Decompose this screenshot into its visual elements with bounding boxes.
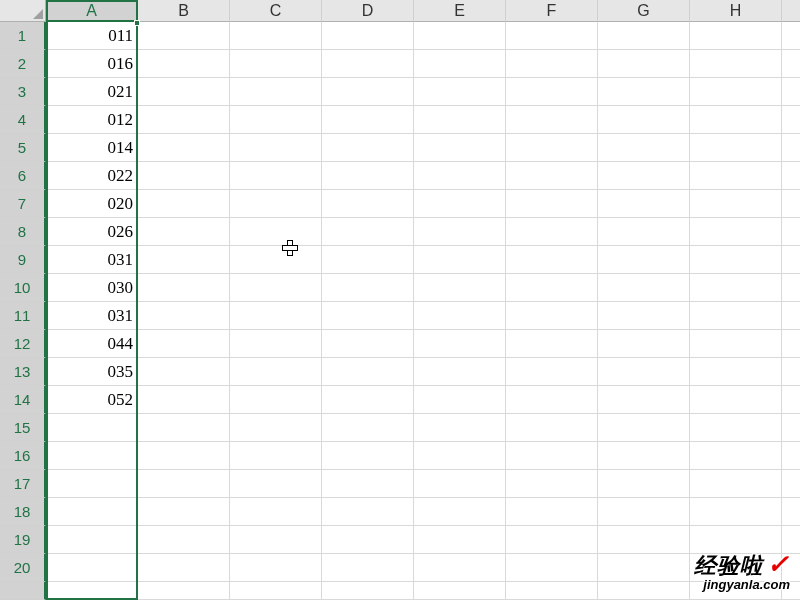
cell-e6[interactable] (414, 162, 506, 190)
cell-partial-17[interactable] (782, 470, 800, 498)
cell-a15[interactable] (46, 414, 138, 442)
cell-a12[interactable]: 044 (46, 330, 138, 358)
cell-e19[interactable] (414, 526, 506, 554)
cell-g1[interactable] (598, 22, 690, 50)
cell-g5[interactable] (598, 134, 690, 162)
fill-handle[interactable] (134, 20, 140, 26)
cell-e17[interactable] (414, 470, 506, 498)
cell-f20[interactable] (506, 554, 598, 582)
cell-a9[interactable]: 031 (46, 246, 138, 274)
cell-partial[interactable] (782, 582, 800, 600)
cell-d2[interactable] (322, 50, 414, 78)
cell-a18[interactable] (46, 498, 138, 526)
cell-e11[interactable] (414, 302, 506, 330)
row-header-12[interactable]: 12 (0, 330, 46, 358)
row-header-6[interactable]: 6 (0, 162, 46, 190)
cell-c12[interactable] (230, 330, 322, 358)
select-all-corner[interactable] (0, 0, 46, 22)
cell-c8[interactable] (230, 218, 322, 246)
cell-d5[interactable] (322, 134, 414, 162)
cell-e12[interactable] (414, 330, 506, 358)
cell-e9[interactable] (414, 246, 506, 274)
cell-h6[interactable] (690, 162, 782, 190)
column-header-h[interactable]: H (690, 0, 782, 22)
cell-g14[interactable] (598, 386, 690, 414)
row-header-20[interactable]: 20 (0, 554, 46, 582)
cell-g7[interactable] (598, 190, 690, 218)
cell-b10[interactable] (138, 274, 230, 302)
cell-g15[interactable] (598, 414, 690, 442)
cell-h20[interactable] (690, 554, 782, 582)
cell-c20[interactable] (230, 554, 322, 582)
cell-a14[interactable]: 052 (46, 386, 138, 414)
cell-c4[interactable] (230, 106, 322, 134)
cell-c18[interactable] (230, 498, 322, 526)
cell-partial[interactable] (690, 582, 782, 600)
cell-a16[interactable] (46, 442, 138, 470)
row-header-10[interactable]: 10 (0, 274, 46, 302)
cell-partial-3[interactable] (782, 78, 800, 106)
cell-partial-7[interactable] (782, 190, 800, 218)
cell-a13[interactable]: 035 (46, 358, 138, 386)
cell-e20[interactable] (414, 554, 506, 582)
column-header-d[interactable]: D (322, 0, 414, 22)
column-header-f[interactable]: F (506, 0, 598, 22)
cell-b15[interactable] (138, 414, 230, 442)
row-header-18[interactable]: 18 (0, 498, 46, 526)
row-header-19[interactable]: 19 (0, 526, 46, 554)
cell-partial[interactable] (598, 582, 690, 600)
cell-b14[interactable] (138, 386, 230, 414)
cell-g2[interactable] (598, 50, 690, 78)
cell-b8[interactable] (138, 218, 230, 246)
cell-partial-11[interactable] (782, 302, 800, 330)
cell-c14[interactable] (230, 386, 322, 414)
row-header-2[interactable]: 2 (0, 50, 46, 78)
cell-g9[interactable] (598, 246, 690, 274)
cell-b4[interactable] (138, 106, 230, 134)
row-header-16[interactable]: 16 (0, 442, 46, 470)
cell-a10[interactable]: 030 (46, 274, 138, 302)
cell-h8[interactable] (690, 218, 782, 246)
cell-c15[interactable] (230, 414, 322, 442)
row-header-9[interactable]: 9 (0, 246, 46, 274)
cell-b17[interactable] (138, 470, 230, 498)
cell-d11[interactable] (322, 302, 414, 330)
cell-b19[interactable] (138, 526, 230, 554)
cell-c2[interactable] (230, 50, 322, 78)
cell-e10[interactable] (414, 274, 506, 302)
column-header-e[interactable]: E (414, 0, 506, 22)
cell-f12[interactable] (506, 330, 598, 358)
cell-b3[interactable] (138, 78, 230, 106)
cell-b18[interactable] (138, 498, 230, 526)
cell-b20[interactable] (138, 554, 230, 582)
row-header-3[interactable]: 3 (0, 78, 46, 106)
cell-partial[interactable] (322, 582, 414, 600)
cell-c17[interactable] (230, 470, 322, 498)
cell-h18[interactable] (690, 498, 782, 526)
column-header-partial[interactable] (782, 0, 800, 22)
row-header-11[interactable]: 11 (0, 302, 46, 330)
cell-f4[interactable] (506, 106, 598, 134)
cell-h11[interactable] (690, 302, 782, 330)
cell-e16[interactable] (414, 442, 506, 470)
cell-f8[interactable] (506, 218, 598, 246)
cell-d16[interactable] (322, 442, 414, 470)
cell-h15[interactable] (690, 414, 782, 442)
row-header-partial[interactable] (0, 582, 46, 600)
cell-f1[interactable] (506, 22, 598, 50)
cell-partial-18[interactable] (782, 498, 800, 526)
row-header-8[interactable]: 8 (0, 218, 46, 246)
cell-a7[interactable]: 020 (46, 190, 138, 218)
cell-a17[interactable] (46, 470, 138, 498)
cell-h17[interactable] (690, 470, 782, 498)
row-header-4[interactable]: 4 (0, 106, 46, 134)
cell-partial-5[interactable] (782, 134, 800, 162)
cell-a5[interactable]: 014 (46, 134, 138, 162)
cell-g3[interactable] (598, 78, 690, 106)
cell-e5[interactable] (414, 134, 506, 162)
cell-a6[interactable]: 022 (46, 162, 138, 190)
cell-c13[interactable] (230, 358, 322, 386)
cell-f16[interactable] (506, 442, 598, 470)
cell-d19[interactable] (322, 526, 414, 554)
cell-f17[interactable] (506, 470, 598, 498)
